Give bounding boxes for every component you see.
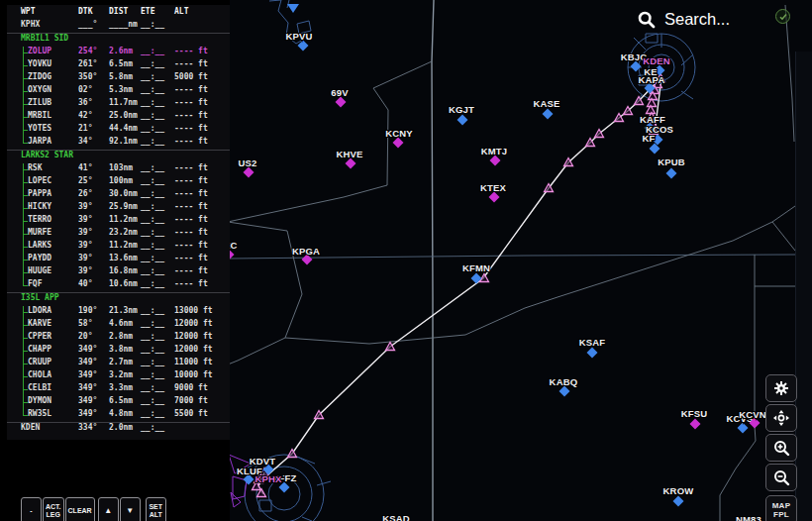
fpl-cell-dtk: 26° xyxy=(78,189,109,202)
airport-label-KABQ: KABQ xyxy=(550,376,578,387)
fpl-waypoint-row[interactable]: RW35L349°4.8nm__:__5500 ft xyxy=(7,409,230,422)
fpl-waypoint-row[interactable]: LDORA190°21.3nm__:__13000 ft xyxy=(7,306,230,319)
fpl-destination-row[interactable]: KDEN334°2.0nm__:__ xyxy=(7,422,230,436)
act-leg-button[interactable]: ACT. LEG xyxy=(43,497,64,521)
fpl-header-row[interactable]: WPTDTKDISTETEALT xyxy=(7,7,230,20)
fpl-cell-alt: ---- ft xyxy=(174,111,230,124)
fpl-cell-alt: 12000 ft xyxy=(174,332,230,345)
airport-marker-KF[interactable] xyxy=(650,144,660,155)
map-fpl-toggle-button[interactable]: MAP FPL xyxy=(765,495,797,521)
fpl-cell-name: LOPEC xyxy=(7,176,78,189)
tree-branch-stub xyxy=(24,247,28,248)
airport-label-KSAF: KSAF xyxy=(579,337,606,348)
down-button[interactable]: ▼ xyxy=(120,497,141,521)
fpl-cell-name: CHOLA xyxy=(7,370,78,383)
airport-marker-KABQ[interactable] xyxy=(559,386,570,397)
fpl-origin-row[interactable]: KPHX___°____nm__:__ xyxy=(7,20,230,33)
fpl-waypoint-row[interactable]: ZIDOG350°5.8nm__:__5000 ft xyxy=(7,72,230,85)
airport-marker-KROW[interactable] xyxy=(673,496,684,507)
center-position-button[interactable] xyxy=(765,404,797,432)
fpl-waypoint-row[interactable]: YOTES21°44.4nm__:__---- ft xyxy=(7,124,230,137)
fpl-waypoint-row[interactable]: YOVKU261°6.5nm__:__---- ft xyxy=(7,59,230,72)
airspace-segment xyxy=(302,517,312,521)
airport-label-KF: KF xyxy=(642,133,655,144)
fpl-cell-alt: ---- ft xyxy=(174,124,230,137)
fpl-cell-name: TERRO xyxy=(7,215,78,228)
fpl-waypoint-row[interactable]: CHAPP349°3.8nm__:__12000 ft xyxy=(7,345,230,358)
fpl-cell-ete: __:__ xyxy=(141,409,174,422)
fpl-waypoint-row[interactable]: DYMON349°6.5nm__:__7000 ft xyxy=(7,396,230,409)
fpl-waypoint-row[interactable]: PAPPA26°30.0nm__:__---- ft xyxy=(7,189,230,202)
fpl-cell-dtk: 39° xyxy=(78,215,109,228)
airport-marker-69V[interactable] xyxy=(336,97,347,108)
airport-marker-KFSU[interactable] xyxy=(690,419,701,430)
fpl-waypoint-row[interactable]: PAYDD39°13.6nm__:__---- ft xyxy=(7,254,230,266)
zoom-in-icon xyxy=(773,440,790,457)
fpl-cell-dtk: 349° xyxy=(78,396,109,409)
fpl-waypoint-row[interactable]: CPPER20°2.8nm__:__12000 ft xyxy=(7,332,230,345)
airspace-segment xyxy=(317,481,331,485)
map-settings-button[interactable] xyxy=(765,374,797,402)
fpl-waypoint-row[interactable]: KARVE58°4.6nm__:__12000 ft xyxy=(7,319,230,332)
tree-branch-stub xyxy=(24,325,28,326)
airport-marker-KSAF[interactable] xyxy=(587,348,598,359)
fpl-cell-dtk: 34° xyxy=(78,137,109,150)
route-fix-marker[interactable] xyxy=(386,343,395,351)
airport-label-KAPA: KAPA xyxy=(638,74,664,85)
minus-button[interactable]: - xyxy=(21,497,42,521)
fpl-cell-alt: ---- ft xyxy=(174,47,230,59)
fpl-waypoint-row[interactable]: MURFE39°23.2nm__:__---- ft xyxy=(7,228,230,241)
fpl-waypoint-row[interactable]: OXYGN02°5.3nm__:__---- ft xyxy=(7,85,230,98)
fpl-waypoint-row[interactable]: HICKY39°25.9nm__:__---- ft xyxy=(7,202,230,215)
fpl-waypoint-row[interactable]: MRBIL42°25.0nm__:__---- ft xyxy=(7,111,230,124)
fpl-cell-alt: ---- ft xyxy=(174,176,230,189)
fpl-waypoint-row[interactable]: CELBI349°3.3nm__:__9000 ft xyxy=(7,383,230,396)
airport-marker-KTEX[interactable] xyxy=(489,192,500,203)
fpl-cell-name: HUUGE xyxy=(7,266,78,279)
fpl-waypoint-row[interactable]: CHOLA349°3.2nm__:__10000 ft xyxy=(7,370,230,383)
airport-marker-KPUB[interactable] xyxy=(666,168,677,179)
airport-marker-KCVS[interactable] xyxy=(738,423,749,434)
search-bar[interactable] xyxy=(638,9,783,30)
efb-app: { "colors":{"section_green":"#3fc93f","a… xyxy=(0,0,812,521)
airport-marker-US2[interactable] xyxy=(244,167,254,178)
fpl-waypoint-row[interactable]: RSK41°103nm__:__---- ft xyxy=(7,163,230,176)
fpl-waypoint-row[interactable]: CRUUP349°2.7nm__:__11000 ft xyxy=(7,358,230,370)
fpl-cell-ete: __:__ xyxy=(141,254,174,266)
map-canvas[interactable]: KPVU69VKGJTKCNYKHVEUS2KMTJKTEXKASEKBJCKD… xyxy=(230,0,812,521)
set-alt-button[interactable]: SET ALT xyxy=(146,497,166,521)
zoom-in-button[interactable] xyxy=(765,434,797,462)
fpl-cell-name: CPPER xyxy=(7,332,78,345)
fpl-cell-dist: 3.2nm xyxy=(109,370,141,383)
fpl-cell-dist: 6.5nm xyxy=(109,59,141,72)
up-button[interactable]: ▲ xyxy=(98,497,119,521)
clear-button[interactable]: CLEAR xyxy=(65,497,95,521)
fpl-waypoint-row[interactable]: LARKS39°11.2nm__:__---- ft xyxy=(7,241,230,254)
fpl-cell-alt: ---- ft xyxy=(174,202,230,215)
fpl-waypoint-row[interactable]: JARPA34°92.1nm__:__---- ft xyxy=(7,137,230,150)
map-chart: KPVU69VKGJTKCNYKHVEUS2KMTJKTEXKASEKBJCKD… xyxy=(230,0,812,521)
fpl-cell-dtk: 25° xyxy=(78,176,109,189)
fpl-cell-ete: __:__ xyxy=(141,383,174,396)
fpl-cell-name: MURFE xyxy=(7,228,78,241)
fpl-cell-name: CELBI xyxy=(7,383,78,396)
fpl-waypoint-row[interactable]: TERRO39°11.2nm__:__---- ft xyxy=(7,215,230,228)
gear-icon xyxy=(773,380,789,396)
fpl-cell-alt: ---- ft xyxy=(174,228,230,241)
map-label: MAP xyxy=(772,501,791,510)
fpl-waypoint-row[interactable]: FQF40°10.6nm__:__---- ft xyxy=(7,279,230,292)
airport-marker-KASE[interactable] xyxy=(543,109,554,120)
airport-marker-KCNY[interactable] xyxy=(393,138,404,149)
search-input[interactable] xyxy=(662,9,783,30)
map-border-line xyxy=(772,206,795,222)
route-fix-marker[interactable] xyxy=(288,450,297,458)
airport-marker-KMTJ[interactable] xyxy=(490,156,501,166)
fpl-waypoint-row[interactable]: HUUGE39°16.8nm__:__---- ft xyxy=(7,266,230,279)
fpl-waypoint-row[interactable]: ZILUB36°11.7nm__:__---- ft xyxy=(7,98,230,111)
fpl-waypoint-row[interactable]: ZOLUP254°2.6nm__:__---- ft xyxy=(7,47,230,59)
airport-marker-KGJT[interactable] xyxy=(457,115,468,126)
airport-marker-KHVE[interactable] xyxy=(346,158,356,169)
zoom-out-button[interactable] xyxy=(765,464,797,491)
fpl-waypoint-row[interactable]: LOPEC25°100nm__:__---- ft xyxy=(7,176,230,189)
airport-label-NM83: NM83 xyxy=(736,514,761,521)
